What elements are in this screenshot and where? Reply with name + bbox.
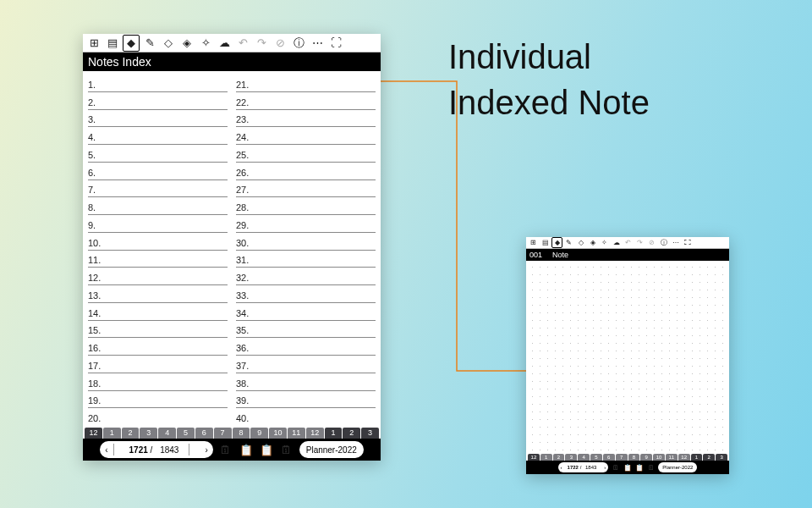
toolbar-button-3[interactable]: ✎: [563, 237, 574, 248]
month-tab[interactable]: 2: [122, 428, 140, 439]
toolbar-button-7[interactable]: ☁: [611, 237, 622, 248]
month-tab[interactable]: 12: [528, 454, 540, 461]
index-row[interactable]: 15.: [88, 321, 228, 339]
toolbar-button-12[interactable]: ⋯: [670, 237, 681, 248]
index-row[interactable]: 21.: [236, 75, 376, 92]
index-row[interactable]: 26.: [236, 163, 376, 180]
month-tab[interactable]: 2: [703, 454, 715, 461]
index-row[interactable]: 2.: [88, 92, 228, 110]
month-tab[interactable]: 3: [565, 454, 577, 461]
index-row[interactable]: 25.: [236, 145, 376, 163]
index-row[interactable]: 12.: [88, 268, 228, 285]
toolbar-button-5[interactable]: ◈: [178, 35, 195, 52]
dot-grid-page[interactable]: [529, 263, 727, 450]
calendar-icon-2[interactable]: 🗓: [279, 442, 294, 457]
toolbar-button-13[interactable]: ⛶: [682, 237, 693, 248]
toolbar-button-1[interactable]: ▤: [104, 35, 121, 52]
month-tab[interactable]: 1: [540, 454, 552, 461]
index-row[interactable]: 38.: [236, 373, 376, 391]
index-row[interactable]: 17.: [88, 356, 228, 373]
clipboard-icon-2[interactable]: 📋: [259, 442, 274, 457]
month-tab[interactable]: 2: [343, 428, 360, 439]
calendar-icon-2[interactable]: 🗓: [646, 463, 656, 472]
toolbar-button-8[interactable]: ↶: [234, 35, 251, 52]
index-row[interactable]: 23.: [236, 110, 376, 128]
clipboard-icon[interactable]: 📋: [623, 463, 632, 472]
index-row[interactable]: 39.: [236, 391, 376, 409]
index-row[interactable]: 13.: [88, 285, 228, 303]
toolbar-button-11[interactable]: ⓘ: [658, 237, 669, 248]
month-tab[interactable]: 4: [578, 454, 590, 461]
toolbar-button-9[interactable]: ↷: [253, 35, 270, 52]
doc-name-pill[interactable]: Planner-2022: [299, 441, 364, 458]
toolbar-button-9[interactable]: ↷: [634, 237, 645, 248]
toolbar-button-2[interactable]: ◆: [551, 237, 562, 248]
toolbar-button-8[interactable]: ↶: [623, 237, 634, 248]
index-row[interactable]: 29.: [236, 215, 376, 233]
month-tab[interactable]: 11: [666, 454, 678, 461]
month-tab[interactable]: 1: [691, 454, 703, 461]
prev-page-button[interactable]: ‹: [100, 445, 112, 455]
clipboard-icon-2[interactable]: 📋: [634, 463, 644, 472]
toolbar-button-13[interactable]: ⛶: [327, 35, 344, 52]
index-row[interactable]: 5.: [88, 145, 228, 163]
month-tab[interactable]: 9: [640, 454, 652, 461]
month-tab[interactable]: 4: [158, 428, 176, 439]
index-row[interactable]: 18.: [88, 373, 228, 391]
index-row[interactable]: 6.: [88, 163, 228, 180]
month-tab[interactable]: 5: [177, 428, 195, 439]
month-tab[interactable]: 5: [590, 454, 602, 461]
index-row[interactable]: 27.: [236, 180, 376, 198]
index-row[interactable]: 40.: [236, 408, 376, 425]
month-tab[interactable]: 3: [361, 428, 379, 439]
index-row[interactable]: 7.: [88, 180, 228, 198]
toolbar-button-2[interactable]: ◆: [123, 35, 140, 52]
index-row[interactable]: 11.: [88, 251, 228, 268]
month-tab[interactable]: 1: [103, 428, 121, 439]
toolbar-button-10[interactable]: ⊘: [646, 237, 657, 248]
month-tab[interactable]: 10: [269, 428, 287, 439]
index-row[interactable]: 32.: [236, 268, 376, 285]
month-tab[interactable]: 8: [233, 428, 250, 439]
month-tab[interactable]: 12: [85, 428, 102, 439]
toolbar-button-0[interactable]: ⊞: [85, 35, 102, 52]
month-tab[interactable]: 12: [306, 428, 324, 439]
index-row[interactable]: 37.: [236, 356, 376, 373]
month-tab[interactable]: 8: [628, 454, 640, 461]
toolbar-button-6[interactable]: ✧: [197, 35, 214, 52]
month-tab[interactable]: 10: [653, 454, 665, 461]
month-tab[interactable]: 9: [250, 428, 268, 439]
index-row[interactable]: 24.: [236, 127, 376, 145]
index-row[interactable]: 14.: [88, 303, 228, 321]
calendar-icon[interactable]: 🗓: [611, 463, 620, 472]
index-row[interactable]: 8.: [88, 197, 228, 215]
toolbar-button-3[interactable]: ✎: [141, 35, 158, 52]
index-row[interactable]: 9.: [88, 215, 228, 233]
next-page-button[interactable]: ›: [200, 445, 212, 455]
month-tab[interactable]: 3: [716, 454, 727, 461]
index-row[interactable]: 36.: [236, 338, 376, 356]
toolbar-button-11[interactable]: ⓘ: [290, 35, 307, 52]
index-row[interactable]: 22.: [236, 92, 376, 110]
month-tab[interactable]: 12: [678, 454, 690, 461]
month-tab[interactable]: 6: [195, 428, 213, 439]
index-row[interactable]: 10.: [88, 233, 228, 251]
toolbar-button-5[interactable]: ◈: [587, 237, 598, 248]
toolbar-button-12[interactable]: ⋯: [309, 35, 326, 52]
month-tab[interactable]: 6: [603, 454, 615, 461]
toolbar-button-10[interactable]: ⊘: [272, 35, 288, 52]
month-tab[interactable]: 1: [325, 428, 343, 439]
index-row[interactable]: 1.: [88, 75, 228, 92]
month-tab[interactable]: 3: [140, 428, 157, 439]
index-row[interactable]: 28.: [236, 197, 376, 215]
toolbar-button-4[interactable]: ◇: [575, 237, 586, 248]
index-row[interactable]: 3.: [88, 110, 228, 128]
index-row[interactable]: 31.: [236, 251, 376, 268]
toolbar-button-6[interactable]: ✧: [599, 237, 610, 248]
month-tab[interactable]: 2: [553, 454, 565, 461]
index-row[interactable]: 19.: [88, 391, 228, 409]
toolbar-button-0[interactable]: ⊞: [528, 237, 539, 248]
doc-name-pill[interactable]: Planner-2022: [658, 462, 697, 472]
index-row[interactable]: 20.: [88, 408, 228, 425]
prev-page-button[interactable]: ‹: [558, 465, 565, 470]
